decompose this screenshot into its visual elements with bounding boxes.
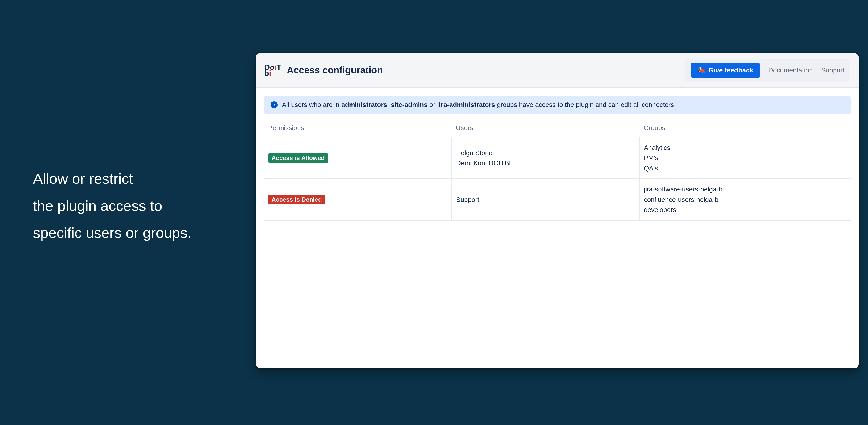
badge-denied: Access is Denied (268, 195, 325, 204)
table-row[interactable]: Access is AllowedHelga StoneDemi Kont DO… (264, 137, 850, 179)
app-window: DoıT bi Access configuration 📣 Give feed… (256, 53, 859, 368)
info-banner: i All users who are in administrators, s… (264, 96, 850, 114)
group-item: jira-software-users-helga-bi (644, 184, 846, 194)
documentation-link[interactable]: Documentation (769, 66, 813, 74)
table-row[interactable]: Access is DeniedSupportjira-software-use… (264, 179, 850, 220)
marketing-line-1: Allow or restrict (33, 165, 191, 192)
info-icon: i (271, 101, 278, 108)
col-users: Users (452, 119, 640, 137)
group-item: QA's (644, 163, 846, 173)
group-item: developers (644, 205, 846, 215)
badge-allowed: Access is Allowed (268, 153, 328, 163)
user-item: Demi Kont DOITBI (456, 158, 635, 168)
header-actions: 📣 Give feedback Documentation Support (685, 59, 850, 82)
page-title: Access configuration (287, 65, 383, 76)
app-header: DoıT bi Access configuration 📣 Give feed… (256, 53, 859, 88)
banner-text: All users who are in administrators, sit… (282, 101, 676, 109)
megaphone-icon: 📣 (698, 66, 706, 74)
marketing-line-3: specific users or groups. (33, 219, 191, 247)
group-item: Analytics (644, 143, 846, 153)
user-item: Support (456, 195, 635, 205)
content-area: i All users who are in administrators, s… (256, 88, 859, 229)
group-item: confluence-users-helga-bi (644, 195, 846, 205)
col-permissions: Permissions (264, 119, 452, 137)
marketing-copy: Allow or restrict the plugin access to s… (33, 165, 191, 247)
marketing-line-2: the plugin access to (33, 192, 191, 220)
group-item: PM's (644, 153, 846, 163)
give-feedback-button[interactable]: 📣 Give feedback (691, 63, 760, 78)
permissions-table: Permissions Users Groups Access is Allow… (264, 119, 850, 221)
cell-permissions: Access is Denied (264, 179, 452, 220)
cell-permissions: Access is Allowed (264, 137, 452, 179)
cell-groups: jira-software-users-helga-biconfluence-u… (640, 179, 850, 220)
support-link[interactable]: Support (821, 66, 844, 74)
cell-users: Helga StoneDemi Kont DOITBI (452, 137, 640, 179)
logo: DoıT bi (265, 64, 281, 77)
user-item: Helga Stone (456, 148, 635, 158)
col-groups: Groups (640, 119, 850, 137)
cell-users: Support (452, 179, 640, 220)
cell-groups: AnalyticsPM'sQA's (640, 137, 850, 179)
